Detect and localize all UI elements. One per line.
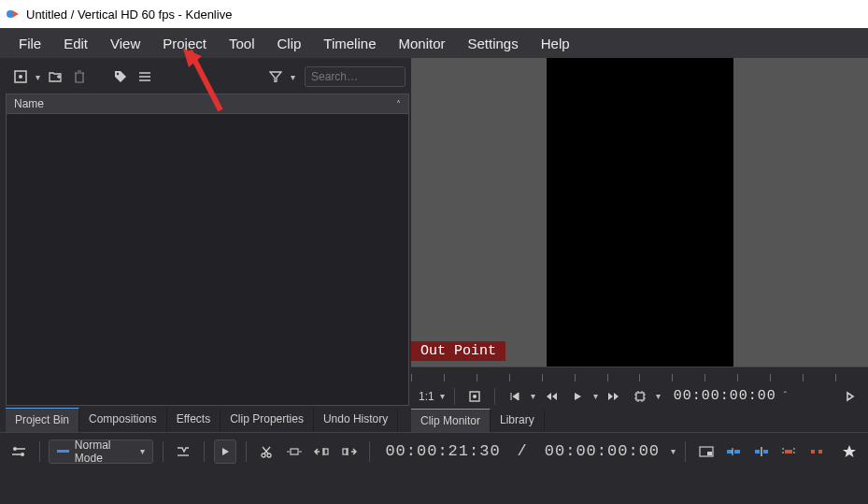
- add-folder-icon[interactable]: [46, 67, 64, 86]
- timeline-duration-tc[interactable]: 00:00:00:00: [545, 442, 660, 460]
- favorite-icon[interactable]: [838, 439, 861, 464]
- bin-column-header[interactable]: Name ˄: [6, 94, 409, 114]
- settings-toggle-icon[interactable]: [7, 439, 30, 464]
- svg-rect-16: [727, 450, 733, 454]
- svg-rect-11: [291, 449, 298, 454]
- monitor-timecode[interactable]: 00:00:00:00: [674, 388, 776, 404]
- timecode-spinner-icon[interactable]: ˆ: [784, 391, 787, 401]
- bin-column-name: Name: [14, 97, 44, 110]
- edit-mode-dropdown-icon[interactable]: ▾: [656, 391, 661, 401]
- svg-point-5: [473, 395, 477, 398]
- window-title: Untitled / Vertical HD 60 fps - Kdenlive: [26, 7, 232, 22]
- monitor-scale-label[interactable]: 1:1: [419, 390, 434, 403]
- rewind-icon[interactable]: [541, 386, 562, 407]
- go-start-icon[interactable]: [505, 386, 525, 407]
- svg-rect-15: [707, 452, 712, 455]
- overwrite-icon[interactable]: [722, 439, 745, 464]
- svg-rect-22: [818, 450, 822, 454]
- menubar: File Edit View Project Tool Clip Timelin…: [0, 28, 868, 58]
- timeline-position-tc[interactable]: 00:00:21:30: [385, 442, 500, 460]
- menu-file[interactable]: File: [9, 32, 50, 55]
- svg-point-9: [262, 454, 265, 457]
- monitor-scale-dropdown-icon[interactable]: ▾: [440, 391, 445, 401]
- bin-toolbar: ▾ ▾: [6, 64, 411, 90]
- filter-icon[interactable]: [266, 67, 285, 86]
- svg-rect-17: [734, 450, 740, 454]
- out-point-badge: Out Point: [411, 341, 505, 361]
- right-tabstrip: Clip Monitor Library: [411, 409, 868, 432]
- menu-tool[interactable]: Tool: [220, 32, 264, 55]
- forward-icon[interactable]: [604, 386, 624, 407]
- spacer-icon[interactable]: [283, 439, 306, 464]
- left-tabstrip: Project Bin Compositions Effects Clip Pr…: [6, 408, 409, 432]
- project-bin-panel: ▾ ▾ Name ˄: [0, 58, 411, 432]
- play-icon[interactable]: [567, 386, 588, 407]
- app-logo-icon: [6, 7, 21, 22]
- menu-edit[interactable]: Edit: [54, 32, 97, 55]
- duration-dropdown-icon[interactable]: ▾: [671, 446, 676, 456]
- play-dropdown-icon[interactable]: ▾: [593, 391, 598, 401]
- mode-dropdown-icon: ▾: [140, 446, 145, 456]
- svg-rect-13: [343, 449, 347, 454]
- set-in-point-icon[interactable]: [464, 386, 485, 407]
- filter-dropdown-icon[interactable]: ▾: [291, 72, 295, 82]
- insert-left-icon[interactable]: [310, 439, 333, 464]
- monitor-viewport[interactable]: Out Point: [411, 58, 868, 367]
- tag-icon[interactable]: [111, 67, 130, 86]
- menu-help[interactable]: Help: [532, 32, 579, 55]
- add-clip-icon[interactable]: [11, 67, 30, 86]
- svg-point-2: [19, 75, 22, 79]
- svg-point-3: [117, 73, 119, 75]
- zone-icon[interactable]: [695, 439, 718, 464]
- hamburger-icon[interactable]: [135, 67, 154, 86]
- extract-icon[interactable]: [777, 439, 800, 464]
- menu-project[interactable]: Project: [153, 32, 216, 55]
- menu-clip[interactable]: Clip: [268, 32, 311, 55]
- tab-undo-history[interactable]: Undo History: [314, 408, 398, 432]
- monitor-controls: 1:1 ▾ ▾ ▾ ▾ 00:00:: [411, 383, 868, 409]
- svg-rect-6: [636, 393, 644, 400]
- monitor-ruler[interactable]: [411, 367, 868, 383]
- insert-icon[interactable]: [750, 439, 773, 464]
- delete-clip-icon[interactable]: [70, 67, 89, 86]
- bin-empty-area[interactable]: [6, 114, 409, 406]
- svg-rect-19: [763, 450, 768, 454]
- tab-clip-monitor[interactable]: Clip Monitor: [411, 409, 491, 432]
- window-titlebar: Untitled / Vertical HD 60 fps - Kdenlive: [0, 0, 868, 28]
- tab-effects[interactable]: Effects: [167, 408, 221, 432]
- svg-point-10: [267, 454, 271, 457]
- add-clip-dropdown-icon[interactable]: ▾: [36, 72, 40, 82]
- insert-right-icon[interactable]: [338, 439, 361, 464]
- svg-rect-20: [785, 450, 792, 454]
- menu-settings[interactable]: Settings: [459, 32, 528, 55]
- monitor-next-icon[interactable]: [840, 386, 861, 407]
- tab-clip-properties[interactable]: Clip Properties: [221, 408, 314, 432]
- timeline-toolbar: Normal Mode ▾ 00:00:21:30 / 00:00:00:00 …: [0, 432, 868, 469]
- menu-timeline[interactable]: Timeline: [314, 32, 385, 55]
- monitor-panel: Out Point 1:1 ▾ ▾: [411, 58, 868, 432]
- edit-mode-icon[interactable]: [630, 386, 650, 407]
- cut-icon[interactable]: [255, 439, 277, 464]
- go-start-dropdown-icon[interactable]: ▾: [531, 391, 535, 401]
- timeline-tc-sep: /: [518, 442, 528, 460]
- menu-monitor[interactable]: Monitor: [389, 32, 454, 55]
- tab-project-bin[interactable]: Project Bin: [6, 408, 79, 432]
- svg-rect-21: [811, 450, 815, 454]
- timeline-play-icon[interactable]: [214, 439, 236, 464]
- search-input[interactable]: [305, 66, 406, 87]
- tab-compositions[interactable]: Compositions: [79, 408, 167, 432]
- monitor-canvas: [547, 58, 733, 367]
- track-compositing-icon[interactable]: [172, 439, 194, 464]
- mode-label: Normal Mode: [75, 439, 135, 465]
- search-container: [305, 66, 406, 87]
- svg-point-7: [13, 447, 17, 451]
- svg-rect-18: [755, 450, 760, 454]
- edit-mode-combo[interactable]: Normal Mode ▾: [49, 439, 152, 464]
- svg-rect-12: [324, 449, 328, 454]
- lift-icon[interactable]: [805, 439, 828, 464]
- menu-view[interactable]: View: [101, 32, 149, 55]
- sort-chevron-icon: ˄: [396, 99, 401, 109]
- mode-bar-icon: [57, 450, 68, 453]
- svg-point-8: [21, 453, 24, 456]
- tab-library[interactable]: Library: [491, 409, 545, 432]
